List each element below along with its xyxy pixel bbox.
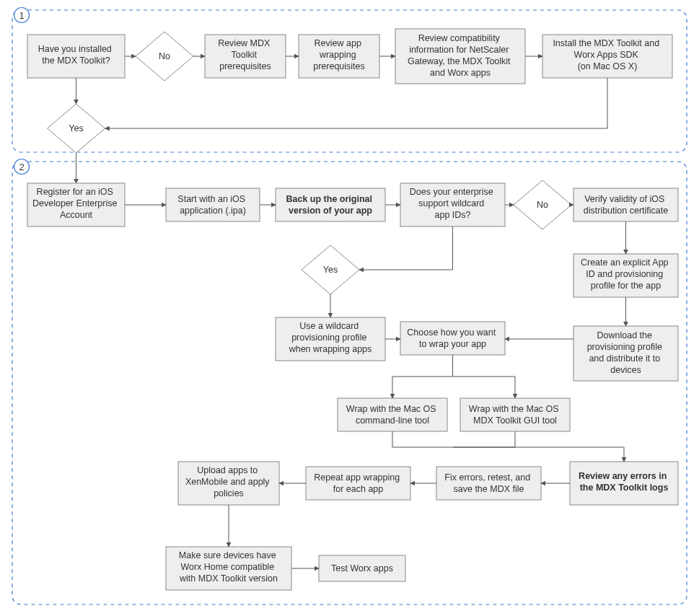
section-2-border: [12, 162, 687, 604]
box-n: [460, 398, 570, 431]
box-s-text: Make sure devices have Worx Home compati…: [179, 550, 278, 584]
conn-d-yes: [105, 78, 608, 128]
no-diamond-s1: No: [136, 32, 193, 81]
svg-text:Yes: Yes: [323, 265, 338, 275]
section-1-border: [12, 10, 687, 152]
yes-diamond-s2: Yes: [302, 245, 359, 294]
conn-q2-yes: [359, 226, 453, 270]
box-m: [338, 398, 447, 431]
box-k-text: Use a wildcard provisioning profile when…: [289, 321, 372, 354]
yes-diamond-s1: Yes: [48, 104, 105, 153]
box-q: [306, 467, 410, 500]
conn-m-join: [392, 431, 453, 447]
conn-l-m: [392, 377, 453, 398]
conn-n-join: [453, 431, 516, 447]
box-g: [276, 188, 385, 221]
section-2-number: 2: [19, 162, 24, 172]
box-p: [436, 467, 541, 500]
box-i-text: Create an explicit App ID and provisioni…: [581, 258, 671, 291]
section-1-number: 1: [19, 10, 24, 21]
svg-text:No: No: [537, 200, 548, 210]
box-h: [573, 188, 678, 221]
box-b-text: Review app wrapping prerequisites: [313, 38, 365, 71]
svg-text:Yes: Yes: [69, 123, 83, 133]
box-f: [166, 188, 260, 221]
no-diamond-s2: No: [514, 180, 571, 229]
box-t-text: Test Worx apps: [331, 563, 393, 573]
conn-l-n: [453, 377, 516, 398]
conn-join-o: [453, 447, 625, 462]
box-l: [400, 322, 505, 355]
svg-text:No: No: [159, 51, 170, 61]
